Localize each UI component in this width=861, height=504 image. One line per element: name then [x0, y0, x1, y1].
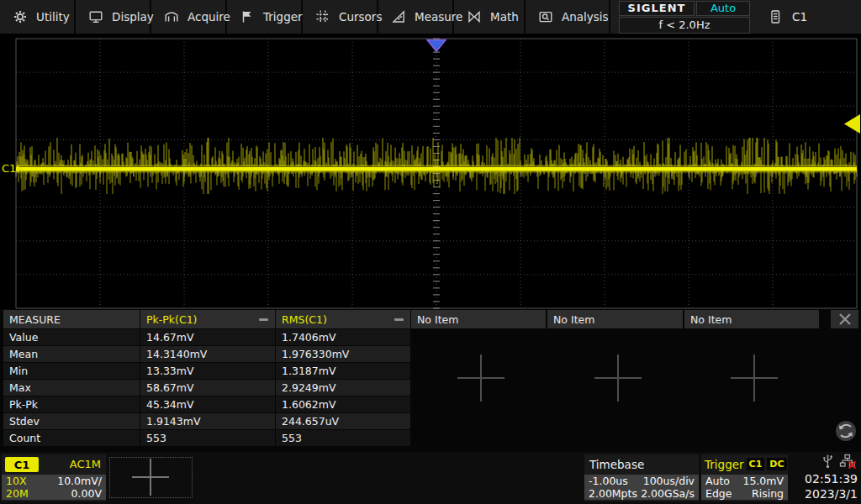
measure-value-cell: 14.3140mV [140, 346, 275, 362]
timebase-memory-depth: 2.00Mpts [589, 487, 637, 500]
close-icon [837, 311, 853, 328]
notification-channel-label: C1 [792, 10, 807, 24]
add-measurement-placeholder-3[interactable] [731, 354, 778, 402]
add-measurement-placeholder-2[interactable] [594, 354, 642, 402]
waveform-display: C1 [0, 34, 861, 309]
trigger-slope: Rising [752, 487, 784, 500]
system-date: 2023/3/1 [805, 486, 858, 501]
reset-icon [834, 419, 858, 443]
math-icon [467, 9, 482, 24]
lan-disconnected-icon [839, 454, 857, 472]
measure-title: MEASURE [3, 310, 140, 328]
gear-icon [13, 9, 28, 24]
notification-button[interactable]: C1 [769, 0, 807, 34]
timebase-delay: -1.00us [589, 475, 628, 487]
menu-utility[interactable]: Utility [0, 0, 76, 34]
trigger-descriptor[interactable]: Trigger C1 DC Auto 15.0mV Edge Rising [701, 454, 788, 501]
acquire-icon [164, 9, 179, 24]
document-icon [769, 9, 782, 24]
timebase-sample-rate: 2.00GSa/s [641, 487, 695, 500]
menu-trigger[interactable]: Trigger [227, 0, 303, 34]
timebase-descriptor[interactable]: Timebase -1.00us 100us/div 2.00Mpts 2.00… [584, 454, 699, 501]
measure-value-cell: 1.3187mV [276, 363, 410, 379]
measure-row-label: Value [3, 329, 140, 345]
channel1-badge[interactable]: C1 [5, 457, 39, 472]
channel-offset-arrow-icon [17, 165, 23, 172]
channel1-coupling: AC1M [70, 458, 101, 470]
menu-math-label: Math [490, 10, 519, 24]
reset-statistics-button[interactable] [834, 419, 858, 443]
measure-col1-header[interactable]: Pk-Pk(C1) [140, 310, 275, 328]
measure-value-cell: 1.7406mV [276, 329, 410, 345]
menu-acquire[interactable]: Acquire [151, 0, 227, 34]
acquisition-status: Auto [696, 1, 750, 16]
trigger-source-badge: C1 [747, 458, 765, 470]
measure-row-label: Min [3, 363, 140, 379]
siglent-logo: SIGLENT [619, 1, 695, 16]
measure-empty-slot-2[interactable]: No Item [547, 310, 683, 328]
trigger-position-marker[interactable] [427, 40, 446, 52]
trigger-level-marker[interactable] [844, 114, 860, 134]
measure-value-cell: 553 [140, 430, 275, 446]
channel1-descriptor[interactable]: C1 AC1M 10X 10.0mV/ 20M 0.00V [2, 454, 106, 501]
acquisition-status-block: SIGLENT Auto f < 2.0Hz [619, 0, 750, 34]
menu-math[interactable]: Math [454, 0, 526, 34]
measure-value-cell: 1.976330mV [276, 346, 410, 362]
measure-col2-label: RMS(C1) [282, 313, 327, 326]
channel-offset-label: C1 [2, 162, 16, 175]
measure-value-cell: 58.67mV [140, 380, 275, 396]
measure-row-label: Max [3, 380, 140, 396]
channel1-attenuation: 10X [6, 475, 26, 487]
channel-offset-marker[interactable]: C1 [2, 162, 23, 175]
menu-trigger-label: Trigger [263, 10, 303, 24]
measure-value-cell: 2.9249mV [276, 380, 410, 396]
menu-display-label: Display [112, 10, 154, 24]
add-measurement-placeholder-1[interactable] [457, 354, 504, 402]
remove-measurement-2-button[interactable] [393, 313, 404, 325]
measure-panel: MEASURE Pk-Pk(C1) RMS(C1) No Item No Ite… [0, 309, 861, 452]
channel1-bandwidth: 20M [6, 487, 29, 500]
measure-value-cell: 1.9143mV [140, 413, 275, 429]
menu-display[interactable]: Display [76, 0, 151, 34]
trigger-title: Trigger [705, 458, 744, 471]
trigger-type: Edge [705, 487, 732, 500]
measure-row-label: Mean [3, 346, 140, 362]
timebase-title: Timebase [584, 454, 699, 474]
system-status: 02:51:39 2023/3/1 [791, 454, 858, 501]
trigger-level: 15.0mV [742, 475, 784, 487]
plus-icon [132, 459, 169, 496]
menu-cursors[interactable]: Cursors [303, 0, 378, 34]
measure-value-cell: 13.33mV [140, 363, 275, 379]
top-menu-bar: Utility Display Acquire Trigger [0, 0, 861, 34]
measure-row-label: Pk-Pk [3, 396, 140, 412]
menu-measure[interactable]: Measure [378, 0, 454, 34]
remove-measurement-1-button[interactable] [257, 313, 269, 325]
measure-col1-label: Pk-Pk(C1) [146, 313, 198, 326]
measure-empty-slot-1[interactable]: No Item [411, 310, 546, 328]
channel1-volts-per-div: 10.0mV/ [57, 475, 102, 487]
measure-value-cell: 14.67mV [140, 329, 275, 345]
timebase-scale: 100us/div [643, 475, 695, 487]
menu-utility-label: Utility [36, 10, 70, 24]
cursors-icon [315, 9, 330, 24]
measure-empty-slot-3[interactable]: No Item [684, 310, 819, 328]
usb-icon [821, 454, 834, 472]
measure-value-cell: 1.6062mV [276, 396, 410, 412]
measure-value-cell: 45.34mV [140, 396, 275, 412]
measure-col2-header[interactable]: RMS(C1) [276, 310, 410, 328]
display-icon [88, 9, 103, 24]
system-time: 02:51:39 [805, 471, 858, 486]
add-channel-button[interactable] [109, 457, 193, 498]
trigger-mode: Auto [705, 475, 730, 487]
bottom-status-bar: C1 AC1M 10X 10.0mV/ 20M 0.00V Timebase -… [0, 452, 861, 504]
measure-row-label: Stdev [3, 413, 140, 429]
graticule-and-trace [0, 34, 861, 309]
menu-cursors-label: Cursors [339, 10, 382, 24]
channel1-offset: 0.00V [71, 487, 102, 500]
menu-analysis[interactable]: Analysis [526, 0, 610, 34]
close-measure-panel-button[interactable] [831, 310, 858, 328]
trigger-coupling-badge: DC [767, 458, 786, 470]
measure-value-cell: 553 [276, 430, 410, 446]
menu-acquire-label: Acquire [188, 10, 230, 24]
measure-row-label: Count [3, 430, 140, 446]
